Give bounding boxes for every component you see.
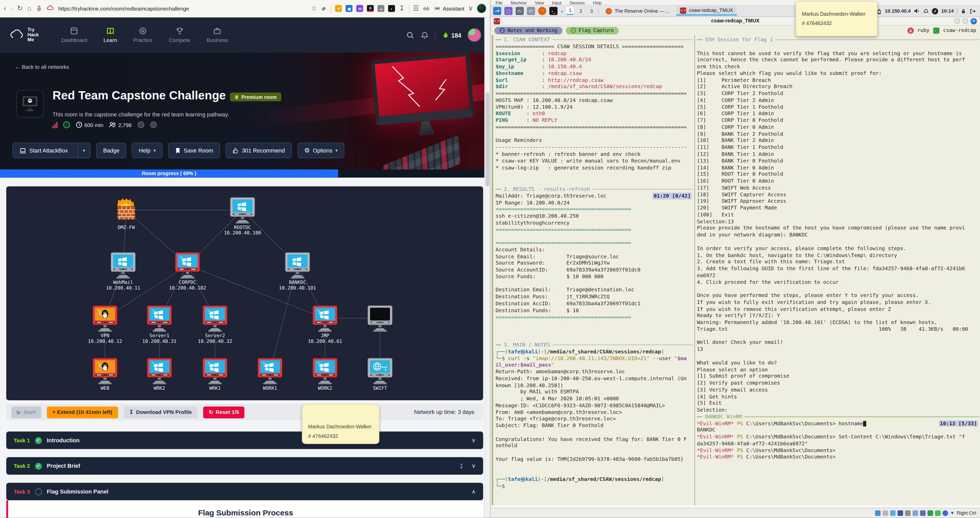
bookmark-star-icon[interactable]: ☆ <box>311 5 317 12</box>
assistant-button[interactable]: Assistant <box>434 5 465 12</box>
sticky-note[interactable]: Markus Dachroeden-Walker # 476462432 <box>302 404 379 444</box>
vbox-audio-icon[interactable] <box>890 510 896 516</box>
download-tray-icon[interactable]: ↧ <box>399 5 405 12</box>
task-2-header[interactable]: Task 2 ✔ Project Brief ↧ ∨ <box>6 457 483 475</box>
extension-k-icon[interactable]: K <box>367 5 374 12</box>
mic-icon[interactable] <box>36 5 43 12</box>
pane-divider[interactable] <box>694 35 695 505</box>
browser-scrollbar-thumb[interactable] <box>486 92 490 186</box>
search-icon[interactable] <box>406 31 414 39</box>
panel-app-icon[interactable]: ▢ <box>504 7 512 15</box>
task-3-header[interactable]: Task 3 Flag Submission Panel ∧ <box>6 483 483 500</box>
url-bar[interactable]: https://tryhackme.com/room/redteamcapsto… <box>58 5 189 11</box>
waveform-icon[interactable] <box>423 5 430 12</box>
taskbar-firefox-window[interactable]: ◠ The Reserve Online — ... <box>602 6 673 16</box>
vm-menu-file[interactable]: File <box>496 0 503 5</box>
vbox-mouse-icon[interactable] <box>942 510 948 516</box>
vm-menu-devices[interactable]: Devices <box>570 0 585 5</box>
task-3-chevron-icon[interactable]: ∧ <box>472 488 476 494</box>
task-2-download-icon[interactable]: ↧ <box>459 462 464 469</box>
recommend-button[interactable]: 301 Recommend <box>226 143 292 158</box>
logout-icon[interactable] <box>969 8 975 14</box>
close-button[interactable]: ✕ <box>971 18 977 24</box>
task-1-chevron-icon[interactable]: ∨ <box>472 437 476 443</box>
power-manager-icon[interactable]: ⚡︎ <box>932 8 938 14</box>
task-2-chevron-icon[interactable]: ∨ <box>472 463 476 469</box>
panel-terminal-icon[interactable]: ›_ <box>549 7 558 15</box>
options-button[interactable]: ⚙Options▾ <box>298 143 344 158</box>
minimize-button[interactable] <box>954 18 960 24</box>
panel-firefox-icon[interactable]: ◠ <box>538 7 546 15</box>
reset-button[interactable]: ↻ Reset 1/5 <box>203 406 245 418</box>
panel-chevron-icon[interactable]: ∨ <box>561 9 563 13</box>
pane-main-notes[interactable]: 3. MAIN / NOTES┌──(tafe㉿kali)-[/media/sf… <box>496 341 693 490</box>
reading-list-icon[interactable]: ☰ <box>413 5 419 12</box>
vbox-shared-folders-icon[interactable] <box>912 510 918 516</box>
thm-logo[interactable]: TryHackMe <box>9 27 38 42</box>
extension-badge-icon[interactable]: 30 <box>356 5 363 12</box>
workspace-3[interactable]: 3 <box>588 7 595 15</box>
workspace-2[interactable]: 2 <box>577 7 585 15</box>
vbox-display-icon[interactable] <box>920 510 926 516</box>
reload-icon[interactable]: ↻ <box>17 5 23 12</box>
pane-bankdc-winrm[interactable]: BANKDC WinRM*Evil-WinRM* PS C:\Users\MdB… <box>697 413 979 461</box>
badge-button[interactable]: Badge <box>96 143 126 158</box>
download-vpn-button[interactable]: ↧ Download VPN Profile <box>124 406 197 418</box>
start-attackbox-dropdown[interactable]: ▾ <box>77 143 90 158</box>
tray-bell-icon[interactable] <box>923 8 929 14</box>
premium-badge: ♛Premium room <box>230 92 281 101</box>
network-start-button[interactable]: ▶ Start <box>11 406 41 418</box>
vbox-network-icon[interactable] <box>897 510 903 516</box>
save-room-button[interactable]: Save Room <box>168 143 220 158</box>
back-icon[interactable]: ‹ <box>4 5 6 12</box>
vbox-usb-icon[interactable] <box>905 510 910 516</box>
browser-profile-avatar[interactable] <box>477 4 486 13</box>
nav-dashboard[interactable]: Dashboard <box>61 27 87 43</box>
share-link-icon[interactable] <box>321 5 327 11</box>
panel-folder2-icon[interactable]: 🗀︎ <box>527 7 535 15</box>
tmux-window-titlebar[interactable]: S_R csaw-redcap_TMUX ✕ <box>491 17 980 26</box>
browser-scrollbar[interactable] <box>484 18 490 518</box>
volume-icon[interactable] <box>914 8 920 14</box>
streak-counter[interactable]: 184 <box>442 31 461 39</box>
task-1-header[interactable]: Task 1 ✔ Introduction ∨ <box>6 432 483 449</box>
panel-folder-icon[interactable]: 🗀︎ <box>515 7 524 15</box>
start-attackbox-button[interactable]: Start AttackBox ▾ <box>13 143 91 158</box>
chevron-down-icon[interactable]: ∨ <box>468 5 473 12</box>
vm-menu-machine[interactable]: Machine <box>511 0 527 5</box>
extension-blue-icon[interactable]: ▣ <box>346 5 353 12</box>
nav-practice[interactable]: Practice <box>134 27 153 43</box>
vm-menu-input[interactable]: Input <box>552 0 562 5</box>
workspace-1[interactable]: 1 <box>566 7 574 15</box>
vbox-features-icon[interactable] <box>935 510 940 516</box>
vbox-recording-icon[interactable] <box>928 510 933 516</box>
nav-learn[interactable]: Learn <box>103 27 117 43</box>
tmux-tab-notes[interactable]: 2Notes and Working <box>494 27 562 34</box>
pane-results[interactable]: 2. RESULTS - results-refreshMailAddr: Tr… <box>496 186 693 320</box>
extension-darkmode-icon[interactable]: ◐ <box>388 5 395 12</box>
extend-button[interactable]: + Extend (1h 41min left) <box>47 406 118 418</box>
extension-shield-icon[interactable]: ▲ <box>378 5 385 12</box>
lock-screen-icon[interactable] <box>961 8 966 14</box>
maximize-button[interactable] <box>963 18 968 24</box>
extension-lock-icon[interactable]: 🔓︎ <box>335 5 342 12</box>
vm-menu-view[interactable]: View <box>535 0 544 5</box>
pane-right-column[interactable]: SSH Session for Flag 1This host cannot b… <box>697 36 979 461</box>
help-button[interactable]: Help▾ <box>132 143 162 158</box>
vbox-hdd-icon[interactable] <box>875 510 881 516</box>
pane-ssh-session[interactable]: SSH Session for Flag 1This host cannot b… <box>697 36 979 413</box>
home-icon[interactable]: ⌂ <box>27 5 32 12</box>
nav-compete[interactable]: Compete <box>169 27 191 43</box>
tmux-tab-flag-capture[interactable]: 3Flag Capture <box>566 27 619 34</box>
vm-menu-help[interactable]: Help <box>593 0 601 5</box>
kali-menu-icon[interactable] <box>493 7 501 15</box>
thm-profile-avatar[interactable] <box>468 28 481 42</box>
taskbar-tmux-window[interactable]: S_H csaw-redcap_TMUX <box>676 6 737 16</box>
pane-csaw-context[interactable]: 1. CSAW CONTEXT=================== CSAW … <box>496 36 693 171</box>
network-diagram[interactable]: DMZ-FW ROOTDC10.200.40.100 WebMail10.200… <box>6 186 483 400</box>
notifications-bell-icon[interactable] <box>421 31 429 39</box>
forward-icon[interactable]: › <box>10 5 13 12</box>
nav-business[interactable]: Business <box>207 27 228 43</box>
back-to-networks-link[interactable]: ← Back to all networks <box>15 64 69 70</box>
vbox-optical-icon[interactable] <box>883 510 888 516</box>
